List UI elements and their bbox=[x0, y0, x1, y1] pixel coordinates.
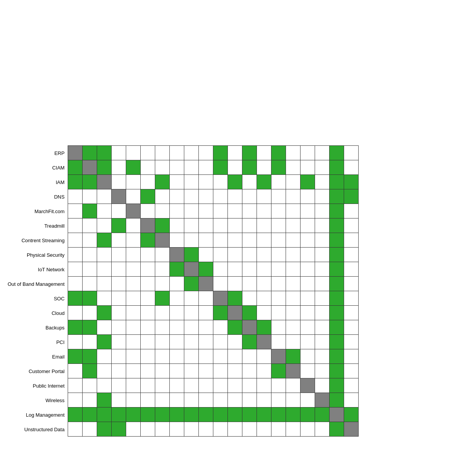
cell bbox=[257, 277, 271, 291]
cell bbox=[315, 189, 330, 204]
cell bbox=[271, 335, 286, 349]
cell bbox=[228, 175, 242, 189]
cell bbox=[155, 248, 170, 262]
cell bbox=[301, 160, 315, 175]
cell bbox=[228, 262, 242, 277]
cell bbox=[271, 248, 286, 262]
cell bbox=[141, 364, 155, 378]
row-label: ERP bbox=[8, 146, 68, 160]
cell bbox=[286, 364, 301, 378]
cell bbox=[97, 175, 112, 189]
cell bbox=[184, 248, 199, 262]
cell bbox=[242, 349, 257, 364]
cell bbox=[184, 175, 199, 189]
cell bbox=[126, 233, 141, 248]
cell bbox=[155, 146, 170, 160]
cell bbox=[97, 378, 112, 393]
cell bbox=[155, 335, 170, 349]
cell bbox=[330, 233, 344, 248]
cell bbox=[83, 175, 97, 189]
grid-row bbox=[68, 422, 359, 437]
cell bbox=[141, 160, 155, 175]
cell bbox=[330, 146, 344, 160]
cell bbox=[344, 393, 359, 407]
cell bbox=[68, 233, 83, 248]
cell bbox=[257, 262, 271, 277]
cell bbox=[315, 393, 330, 407]
grid-row bbox=[68, 393, 359, 407]
cell bbox=[228, 291, 242, 306]
cell bbox=[112, 306, 126, 320]
cell bbox=[228, 364, 242, 378]
cell bbox=[213, 349, 228, 364]
cell bbox=[242, 378, 257, 393]
cell bbox=[301, 378, 315, 393]
cell bbox=[68, 364, 83, 378]
cell bbox=[155, 306, 170, 320]
cell bbox=[344, 189, 359, 204]
cell bbox=[315, 349, 330, 364]
cell bbox=[68, 306, 83, 320]
cell bbox=[184, 378, 199, 393]
cell bbox=[170, 349, 184, 364]
cell bbox=[286, 204, 301, 218]
cell bbox=[199, 364, 213, 378]
cell bbox=[242, 175, 257, 189]
cell bbox=[68, 335, 83, 349]
cell bbox=[155, 175, 170, 189]
cell bbox=[97, 277, 112, 291]
cell bbox=[170, 320, 184, 335]
col-label-wrapper: Cloud bbox=[227, 8, 242, 145]
cell bbox=[126, 422, 141, 437]
row-label: Cloud bbox=[8, 306, 68, 320]
cell bbox=[126, 277, 141, 291]
cell bbox=[330, 349, 344, 364]
cell bbox=[112, 277, 126, 291]
cell bbox=[301, 146, 315, 160]
cell bbox=[199, 248, 213, 262]
cell bbox=[184, 320, 199, 335]
cell bbox=[344, 349, 359, 364]
cell bbox=[213, 291, 228, 306]
cell bbox=[184, 160, 199, 175]
chart-container: ERPCIAMIAMDNSMarchFit.comTreadmillContre… bbox=[0, 0, 366, 444]
cell bbox=[199, 320, 213, 335]
cell bbox=[141, 378, 155, 393]
cell bbox=[286, 248, 301, 262]
cell bbox=[155, 189, 170, 204]
cell bbox=[112, 335, 126, 349]
cell bbox=[141, 291, 155, 306]
cell bbox=[141, 393, 155, 407]
cell bbox=[126, 306, 141, 320]
cell bbox=[184, 218, 199, 233]
cell bbox=[199, 393, 213, 407]
cell bbox=[97, 233, 112, 248]
cell bbox=[97, 189, 112, 204]
cell bbox=[242, 393, 257, 407]
cell bbox=[286, 320, 301, 335]
cell bbox=[257, 320, 271, 335]
cell bbox=[257, 364, 271, 378]
cell bbox=[184, 349, 199, 364]
cell bbox=[257, 306, 271, 320]
cell bbox=[155, 407, 170, 422]
cell bbox=[271, 189, 286, 204]
cell bbox=[213, 218, 228, 233]
cell bbox=[126, 189, 141, 204]
cell bbox=[242, 262, 257, 277]
cell bbox=[271, 422, 286, 437]
cell bbox=[126, 407, 141, 422]
cell bbox=[199, 407, 213, 422]
col-label-wrapper: MarchFit.com bbox=[126, 8, 140, 145]
cell bbox=[271, 393, 286, 407]
cell bbox=[213, 233, 228, 248]
cell bbox=[330, 378, 344, 393]
col-label-wrapper: PCI bbox=[257, 8, 271, 145]
cell bbox=[330, 189, 344, 204]
cell bbox=[213, 189, 228, 204]
cell bbox=[228, 146, 242, 160]
cell bbox=[330, 218, 344, 233]
row-label: Unstructured Data bbox=[8, 422, 68, 437]
cell bbox=[155, 378, 170, 393]
cell bbox=[213, 364, 228, 378]
